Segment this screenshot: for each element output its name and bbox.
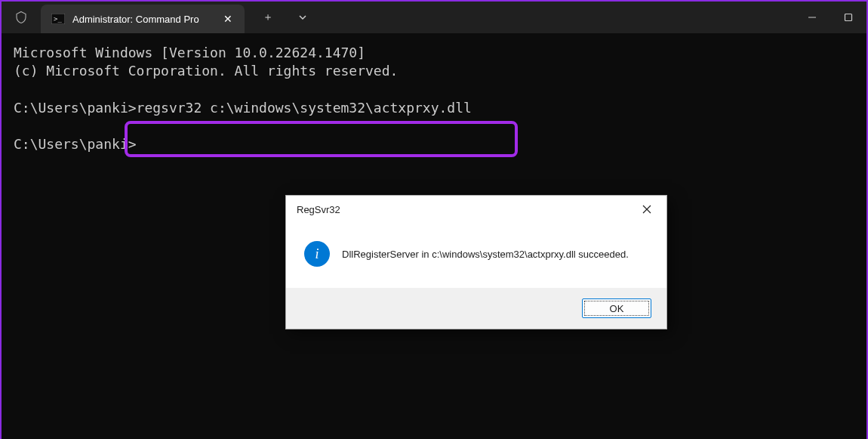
uac-shield-area	[2, 2, 41, 33]
svg-text:>_: >_	[54, 15, 62, 23]
terminal-prompt: C:\Users\panki>	[14, 136, 137, 152]
dialog-title: RegSvr32	[297, 204, 630, 215]
maximize-button[interactable]	[830, 2, 866, 33]
chevron-down-icon	[298, 13, 307, 22]
cmd-icon: >_	[51, 14, 65, 24]
terminal-line: C:\Users\panki>regsvr32 c:\windows\syste…	[14, 100, 472, 116]
dialog-body: i DllRegisterServer in c:\windows\system…	[286, 223, 666, 288]
tab-dropdown-button[interactable]	[285, 2, 320, 33]
regsvr32-dialog: RegSvr32 i DllRegisterServer in c:\windo…	[285, 195, 667, 329]
terminal-line: (c) Microsoft Corporation. All rights re…	[14, 63, 398, 79]
dialog-footer: OK	[286, 288, 666, 329]
terminal-line: Microsoft Windows [Version 10.0.22624.14…	[14, 45, 365, 60]
info-icon: i	[304, 241, 330, 267]
close-icon	[642, 205, 651, 214]
terminal-content[interactable]: Microsoft Windows [Version 10.0.22624.14…	[2, 33, 866, 439]
terminal-tab[interactable]: >_ Administrator: Command Pro ✕	[41, 5, 245, 33]
svg-rect-3	[845, 14, 852, 21]
new-tab-button[interactable]: ＋	[251, 2, 285, 33]
dialog-titlebar[interactable]: RegSvr32	[286, 196, 666, 223]
maximize-icon	[844, 13, 853, 22]
window-titlebar: >_ Administrator: Command Pro ✕ ＋	[2, 2, 866, 33]
ok-button[interactable]: OK	[582, 298, 651, 318]
dialog-message: DllRegisterServer in c:\windows\system32…	[342, 249, 629, 260]
minimize-button[interactable]	[794, 2, 830, 33]
dialog-close-button[interactable]	[630, 197, 663, 221]
minimize-icon	[808, 13, 817, 22]
shield-icon	[14, 10, 28, 25]
window-controls	[794, 2, 866, 33]
tab-close-button[interactable]: ✕	[220, 11, 235, 26]
terminal-output: Microsoft Windows [Version 10.0.22624.14…	[14, 44, 854, 154]
tab-title: Administrator: Command Pro	[72, 14, 213, 25]
